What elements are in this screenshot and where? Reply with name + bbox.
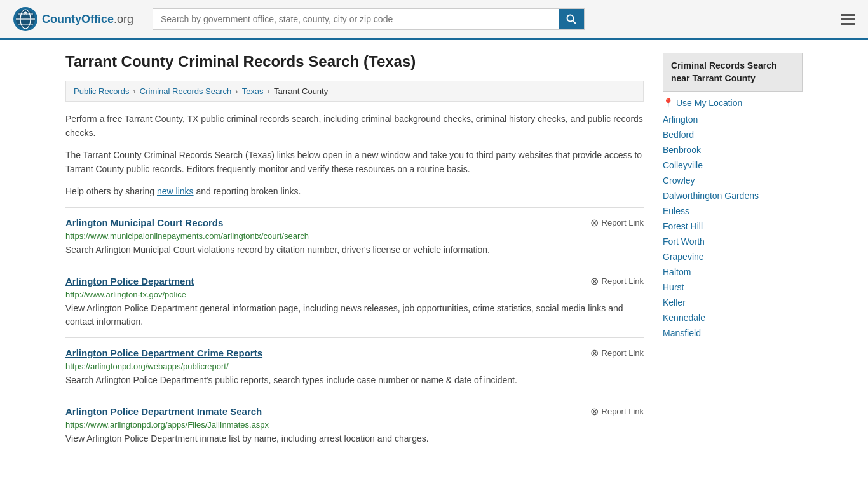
- svg-line-8: [573, 21, 576, 24]
- logo-icon: [13, 6, 38, 32]
- divider: [65, 207, 644, 208]
- record-header: Arlington Police Department Crime Report…: [65, 347, 644, 359]
- report-link-label: Report Link: [602, 276, 644, 286]
- breadcrumb-item-tarrant: Tarrant County: [274, 86, 328, 96]
- logo-text: CountyOffice.org: [42, 13, 133, 26]
- record-title[interactable]: Arlington Police Department Crime Report…: [65, 348, 262, 358]
- sidebar-links: ArlingtonBedfordBenbrookColleyvilleCrowl…: [663, 114, 803, 338]
- sidebar-link[interactable]: Crowley: [663, 175, 695, 186]
- report-link-button[interactable]: ⊗ Report Link: [590, 217, 644, 229]
- sidebar-link[interactable]: Bedford: [663, 130, 694, 140]
- description-3: Help others by sharing new links and rep…: [65, 184, 644, 198]
- sidebar-item: Haltom: [663, 267, 803, 277]
- sidebar-item: Euless: [663, 206, 803, 216]
- use-my-location-button[interactable]: 📍 Use My Location: [663, 98, 803, 108]
- record-desc: Search Arlington Municipal Court violati…: [65, 243, 644, 257]
- logo[interactable]: CountyOffice.org: [13, 6, 140, 32]
- sidebar-link[interactable]: Haltom: [663, 267, 691, 277]
- breadcrumb-sep: ›: [268, 86, 270, 96]
- sidebar-link[interactable]: Kennedale: [663, 313, 705, 323]
- record-desc: Search Arlington Police Department's pub…: [65, 374, 644, 387]
- records-list: Arlington Municipal Court Records ⊗ Repo…: [65, 217, 644, 445]
- sidebar-item: Keller: [663, 297, 803, 308]
- record-item: Arlington Police Department ⊗ Report Lin…: [65, 275, 644, 329]
- sidebar-item: Arlington: [663, 114, 803, 125]
- sidebar-item: Mansfield: [663, 328, 803, 338]
- record-item: Arlington Police Department Crime Report…: [65, 347, 644, 387]
- sidebar-link[interactable]: Benbrook: [663, 145, 701, 155]
- sidebar-link[interactable]: Dalworthington Gardens: [663, 191, 759, 201]
- search-bar: [153, 8, 585, 30]
- record-header: Arlington Municipal Court Records ⊗ Repo…: [65, 217, 644, 229]
- sidebar-link[interactable]: Fort Worth: [663, 236, 705, 247]
- report-link-label: Report Link: [602, 407, 644, 416]
- report-icon: ⊗: [590, 347, 599, 359]
- sidebar-item: Grapevine: [663, 252, 803, 262]
- record-desc: View Arlington Police Department general…: [65, 302, 644, 329]
- sidebar-link[interactable]: Keller: [663, 297, 686, 308]
- record-title[interactable]: Arlington Police Department Inmate Searc…: [65, 406, 262, 417]
- record-url[interactable]: https://www.municipalonlinepayments.com/…: [65, 231, 644, 241]
- record-title[interactable]: Arlington Police Department: [65, 276, 194, 287]
- report-link-button[interactable]: ⊗ Report Link: [590, 347, 644, 359]
- menu-button[interactable]: [841, 14, 855, 25]
- content: Tarrant County Criminal Records Search (…: [65, 53, 644, 448]
- sidebar-item: Hurst: [663, 282, 803, 292]
- description-1: Perform a free Tarrant County, TX public…: [65, 112, 644, 140]
- report-link-button[interactable]: ⊗ Report Link: [590, 405, 644, 417]
- use-my-location-label: Use My Location: [676, 98, 742, 108]
- sidebar-link[interactable]: Colleyville: [663, 160, 703, 170]
- report-icon: ⊗: [590, 217, 599, 229]
- sidebar-title: Criminal Records Search near Tarrant Cou…: [663, 53, 803, 92]
- sidebar-link[interactable]: Mansfield: [663, 328, 701, 338]
- search-button[interactable]: [559, 9, 584, 29]
- sidebar-item: Colleyville: [663, 160, 803, 170]
- record-title[interactable]: Arlington Municipal Court Records: [65, 217, 223, 228]
- record-header: Arlington Police Department ⊗ Report Lin…: [65, 275, 644, 287]
- record-url[interactable]: http://www.arlington-tx.gov/police: [65, 290, 644, 299]
- sidebar-item: Crowley: [663, 175, 803, 186]
- sidebar-item: Bedford: [663, 130, 803, 140]
- record-item: Arlington Police Department Inmate Searc…: [65, 405, 644, 445]
- new-links-link[interactable]: new links: [157, 186, 194, 196]
- menu-line: [841, 14, 855, 16]
- breadcrumb-item-criminal[interactable]: Criminal Records Search: [140, 86, 232, 96]
- breadcrumb-item-public-records[interactable]: Public Records: [74, 86, 129, 96]
- breadcrumb: Public Records › Criminal Records Search…: [65, 81, 644, 102]
- svg-point-7: [567, 15, 574, 22]
- divider: [65, 266, 644, 266]
- record-desc: View Arlington Police Department inmate …: [65, 432, 644, 445]
- record-item: Arlington Municipal Court Records ⊗ Repo…: [65, 217, 644, 257]
- breadcrumb-sep: ›: [235, 86, 238, 96]
- sidebar-item: Kennedale: [663, 313, 803, 323]
- search-input[interactable]: [153, 9, 559, 29]
- record-header: Arlington Police Department Inmate Searc…: [65, 405, 644, 417]
- main-container: Tarrant County Criminal Records Search (…: [53, 40, 815, 461]
- sidebar-item: Forest Hill: [663, 221, 803, 231]
- sidebar: Criminal Records Search near Tarrant Cou…: [663, 53, 803, 448]
- description-2: The Tarrant County Criminal Records Sear…: [65, 148, 644, 177]
- sidebar-link[interactable]: Hurst: [663, 282, 684, 292]
- header: CountyOffice.org: [0, 0, 868, 40]
- sidebar-link[interactable]: Arlington: [663, 114, 698, 125]
- sidebar-item: Benbrook: [663, 145, 803, 155]
- menu-line: [841, 18, 855, 20]
- sidebar-item: Dalworthington Gardens: [663, 191, 803, 201]
- page-title: Tarrant County Criminal Records Search (…: [65, 53, 644, 71]
- sidebar-link[interactable]: Forest Hill: [663, 221, 703, 231]
- breadcrumb-item-texas[interactable]: Texas: [242, 86, 264, 96]
- report-icon: ⊗: [590, 275, 599, 287]
- divider: [65, 337, 644, 338]
- report-link-label: Report Link: [602, 218, 644, 227]
- record-url[interactable]: https://arlingtonpd.org/webapps/publicre…: [65, 362, 644, 371]
- report-link-label: Report Link: [602, 348, 644, 358]
- report-icon: ⊗: [590, 405, 599, 417]
- search-icon: [566, 14, 576, 24]
- menu-line: [841, 23, 855, 25]
- record-url[interactable]: https://www.arlingtonpd.org/apps/Files/J…: [65, 420, 644, 430]
- report-link-button[interactable]: ⊗ Report Link: [590, 275, 644, 287]
- sidebar-item: Fort Worth: [663, 236, 803, 247]
- sidebar-link[interactable]: Grapevine: [663, 252, 704, 262]
- location-icon: 📍: [663, 98, 674, 108]
- sidebar-link[interactable]: Euless: [663, 206, 689, 216]
